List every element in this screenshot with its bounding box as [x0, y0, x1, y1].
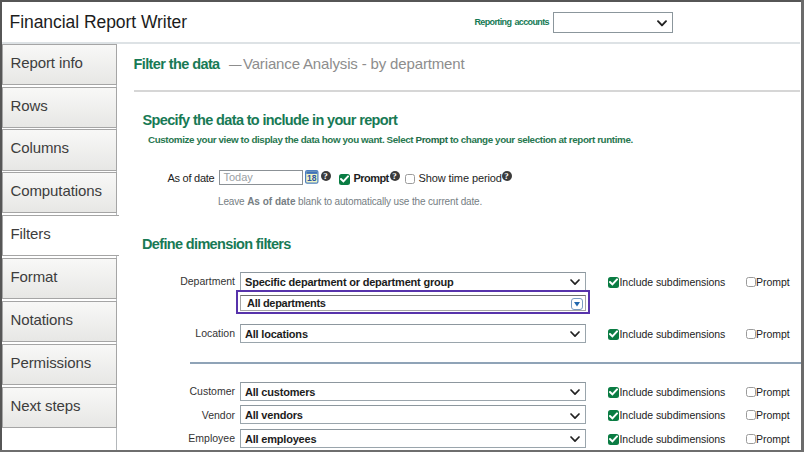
svg-text:18: 18: [307, 173, 317, 183]
